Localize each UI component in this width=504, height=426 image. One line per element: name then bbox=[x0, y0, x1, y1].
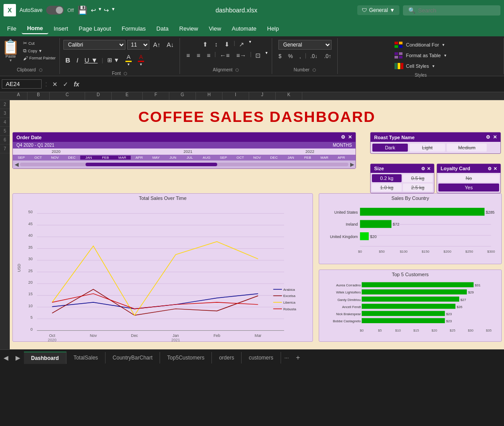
number-expand[interactable]: ⬡ bbox=[313, 68, 316, 72]
formula-input[interactable] bbox=[83, 81, 502, 87]
align-bottom-button[interactable]: ⬇ bbox=[222, 40, 232, 49]
merge-button[interactable]: ⊡ bbox=[253, 51, 263, 60]
size-filter-icon[interactable]: ⚙ bbox=[421, 166, 425, 171]
increase-indent-button[interactable]: ≡→ bbox=[234, 51, 249, 60]
align-right-button[interactable]: ≡ bbox=[204, 51, 213, 60]
undo-icon[interactable]: ↩ bbox=[91, 7, 96, 14]
month-aug[interactable]: AUG bbox=[198, 156, 215, 160]
more-icon[interactable]: ▼ bbox=[111, 7, 115, 14]
size-02kg-button[interactable]: 0.2 kg bbox=[372, 174, 402, 182]
copy-button[interactable]: ⧉ Copy ▼ bbox=[21, 47, 58, 54]
align-center-button[interactable]: ≡ bbox=[194, 51, 203, 60]
font-size-select[interactable]: 11 bbox=[127, 40, 149, 50]
loyalty-clear-icon[interactable]: ✕ bbox=[493, 166, 497, 171]
font-color-button[interactable]: A ▼ bbox=[136, 53, 146, 67]
month-dec2[interactable]: DEC bbox=[266, 156, 282, 160]
save-icon[interactable]: 💾 bbox=[78, 5, 87, 15]
increase-font-button[interactable]: A↑ bbox=[151, 40, 163, 49]
align-top-button[interactable]: ⬆ bbox=[200, 40, 211, 49]
formula-fx-button[interactable]: fx bbox=[72, 80, 81, 89]
scroll-handle[interactable] bbox=[86, 163, 217, 166]
menu-insert[interactable]: Insert bbox=[48, 23, 74, 34]
format-painter-button[interactable]: 🖌 Format Painter bbox=[21, 55, 58, 61]
search-input[interactable] bbox=[418, 7, 493, 14]
month-feb[interactable]: FEB bbox=[97, 156, 114, 160]
month-apr2[interactable]: APR bbox=[333, 156, 350, 160]
tab-country-bar-chart[interactable]: CountryBarChart bbox=[105, 352, 160, 363]
month-jan2[interactable]: JAN bbox=[282, 156, 299, 160]
month-may[interactable]: MAY bbox=[148, 156, 164, 160]
increase-decimal-button[interactable]: .0↑ bbox=[321, 52, 334, 60]
cut-button[interactable]: ✂ Cut bbox=[21, 40, 58, 47]
month-feb2[interactable]: FEB bbox=[299, 156, 316, 160]
month-sep[interactable]: SEP bbox=[13, 156, 30, 160]
timeline-scrollbar[interactable]: ◀ ▶ bbox=[13, 160, 356, 168]
size-clear-icon[interactable]: ✕ bbox=[427, 166, 430, 171]
size-05kg-button[interactable]: 0.5 kg bbox=[403, 174, 433, 182]
tab-add-button[interactable]: + bbox=[293, 352, 304, 363]
undo-dropdown[interactable]: ▼ bbox=[98, 7, 102, 14]
number-format-select[interactable]: General bbox=[278, 40, 332, 50]
month-mar2[interactable]: MAR bbox=[316, 156, 333, 160]
comma-button[interactable]: , bbox=[297, 52, 304, 60]
bold-button[interactable]: B bbox=[63, 55, 73, 65]
tab-more-button[interactable]: ··· bbox=[281, 353, 293, 363]
autosave-toggle[interactable] bbox=[46, 6, 64, 15]
font-family-select[interactable]: Calibri bbox=[63, 40, 125, 50]
accounting-button[interactable]: $ bbox=[276, 52, 284, 60]
scroll-right[interactable]: ▶ bbox=[348, 161, 356, 168]
format-as-table-button[interactable]: Format as Table ▼ bbox=[391, 51, 451, 60]
roast-close-icon[interactable]: ✕ bbox=[493, 134, 497, 140]
decrease-decimal-button[interactable]: .0↓ bbox=[308, 52, 320, 60]
formula-cancel-button[interactable]: ✕ bbox=[51, 80, 59, 89]
month-apr[interactable]: APR bbox=[131, 156, 148, 160]
orientation-button[interactable]: ↗ bbox=[236, 40, 247, 49]
month-dec[interactable]: DEC bbox=[63, 156, 80, 160]
month-jun[interactable]: JUN bbox=[164, 156, 181, 160]
month-oct[interactable]: OCT bbox=[30, 156, 47, 160]
italic-button[interactable]: I bbox=[74, 55, 80, 65]
month-sep2[interactable]: SEP bbox=[215, 156, 232, 160]
menu-page-layout[interactable]: Page Layout bbox=[74, 23, 117, 34]
paste-button[interactable]: 📋 Paste ▼ bbox=[2, 40, 20, 63]
month-jan[interactable]: JAN bbox=[80, 156, 97, 160]
formula-confirm-button[interactable]: ✓ bbox=[61, 80, 70, 89]
menu-formulas[interactable]: Formulas bbox=[117, 23, 151, 34]
align-middle-button[interactable]: ↕ bbox=[212, 40, 220, 49]
tab-total-sales[interactable]: TotalSales bbox=[66, 352, 105, 363]
month-jul[interactable]: JUL bbox=[181, 156, 198, 160]
roast-filter-icon[interactable]: ⚙ bbox=[486, 134, 490, 140]
month-oct2[interactable]: OCT bbox=[232, 156, 249, 160]
tab-nav-left-button[interactable]: ◀ bbox=[0, 352, 12, 363]
cell-styles-button[interactable]: Cell Styles ▼ bbox=[391, 61, 451, 71]
fill-color-button[interactable]: A ▼ bbox=[123, 53, 134, 67]
close-slicer-icon[interactable]: ✕ bbox=[348, 134, 352, 140]
loyalty-no-button[interactable]: No bbox=[438, 174, 499, 182]
conditional-formatting-button[interactable]: Conditional For ▼ bbox=[391, 40, 451, 50]
decrease-font-button[interactable]: A↓ bbox=[164, 40, 176, 49]
month-nov2[interactable]: NOV bbox=[249, 156, 266, 160]
borders-button[interactable]: ⊞ ▼ bbox=[105, 56, 121, 64]
alignment-expand[interactable]: ⬡ bbox=[235, 68, 239, 72]
menu-view[interactable]: View bbox=[203, 23, 227, 34]
general-button[interactable]: 🛡 General ▼ bbox=[357, 5, 399, 15]
size-25kg-button[interactable]: 2.5 kg bbox=[403, 184, 433, 192]
tab-orders[interactable]: orders bbox=[212, 352, 242, 363]
loyalty-yes-button[interactable]: Yes bbox=[438, 184, 499, 192]
roast-medium-button[interactable]: Medium bbox=[447, 144, 487, 152]
menu-data[interactable]: Data bbox=[151, 23, 174, 34]
scroll-left[interactable]: ◀ bbox=[13, 161, 20, 168]
filter-icon[interactable]: ⚙ bbox=[341, 134, 345, 140]
clipboard-expand[interactable]: ⬡ bbox=[39, 68, 43, 72]
roast-dark-button[interactable]: Dark bbox=[372, 144, 408, 152]
menu-home[interactable]: Home bbox=[22, 23, 48, 34]
loyalty-filter-icon[interactable]: ⚙ bbox=[488, 166, 492, 171]
tab-top5-customers[interactable]: Top5Customers bbox=[160, 352, 212, 363]
roast-light-button[interactable]: Light bbox=[410, 144, 445, 152]
underline-button[interactable]: U ▼ bbox=[82, 55, 100, 65]
percent-button[interactable]: % bbox=[285, 52, 296, 60]
align-left-button[interactable]: ≡ bbox=[184, 51, 192, 60]
redo-icon[interactable]: ↪ bbox=[104, 7, 109, 14]
month-nov[interactable]: NOV bbox=[47, 156, 63, 160]
menu-automate[interactable]: Automate bbox=[227, 23, 262, 34]
